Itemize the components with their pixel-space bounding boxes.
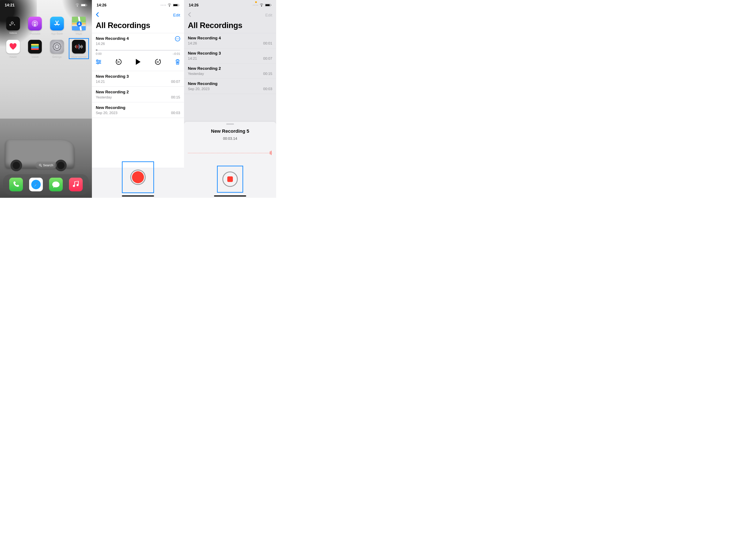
wifi-icon bbox=[259, 4, 264, 7]
app-health[interactable]: Health bbox=[5, 40, 21, 58]
back-button bbox=[188, 12, 191, 19]
app-appstore[interactable]: App Store bbox=[49, 17, 65, 35]
recording-title: New Recording 3 bbox=[188, 51, 272, 56]
svg-point-47 bbox=[99, 61, 100, 63]
home-indicator[interactable] bbox=[214, 196, 246, 197]
recording-title: New Recording bbox=[96, 105, 180, 110]
edit-button[interactable]: Edit bbox=[173, 13, 180, 18]
recording-row[interactable]: New Recording 2 Yesterday00:15 bbox=[184, 64, 276, 79]
voice-memos-list-screen: 14:26 Edit All Recordings New Recording … bbox=[92, 0, 184, 198]
sheet-grabber[interactable] bbox=[226, 124, 234, 125]
time-elapsed: 0:00 bbox=[96, 52, 102, 55]
recording-title: New Recording 4 bbox=[96, 36, 180, 41]
scrubber-knob[interactable] bbox=[96, 49, 97, 51]
time-remaining: –0:01 bbox=[173, 52, 180, 55]
recording-title: New Recording 3 bbox=[96, 74, 180, 79]
svg-rect-42 bbox=[179, 5, 179, 6]
status-time: 14:26 bbox=[189, 3, 253, 7]
recording-title: New Recording 4 bbox=[188, 36, 272, 40]
svg-text:tv: tv bbox=[9, 24, 11, 26]
nav-bar: Edit bbox=[92, 10, 184, 20]
trash-icon[interactable] bbox=[175, 59, 180, 65]
app-videos[interactable]: tv Videos bbox=[5, 17, 21, 35]
svg-line-33 bbox=[41, 166, 42, 167]
recording-row-expanded[interactable]: New Recording 4 14:26 0:00 –0:01 15 15 bbox=[92, 33, 184, 71]
dock-messages[interactable] bbox=[49, 178, 63, 191]
recording-row[interactable]: New Recording 4 14:2600:01 bbox=[184, 33, 276, 48]
recording-sheet[interactable]: New Recording 5 00:03.14 bbox=[184, 122, 276, 198]
dock bbox=[3, 174, 89, 195]
status-bar: 14:26 bbox=[92, 0, 184, 10]
more-button[interactable] bbox=[175, 36, 180, 41]
dock-music[interactable] bbox=[69, 178, 83, 191]
skip-fwd-15-icon[interactable]: 15 bbox=[154, 58, 161, 65]
svg-rect-56 bbox=[271, 5, 271, 6]
status-bar: 14:26 bbox=[184, 0, 276, 10]
app-grid: tv Videos Podcasts App Store Maps Health bbox=[0, 10, 92, 58]
skip-back-15-icon[interactable]: 15 bbox=[115, 58, 122, 65]
play-button[interactable] bbox=[136, 59, 141, 65]
svg-point-46 bbox=[97, 60, 98, 61]
back-button[interactable] bbox=[96, 12, 99, 19]
record-button[interactable] bbox=[130, 170, 146, 185]
recording-duration: 00:03 bbox=[171, 111, 180, 115]
svg-rect-9 bbox=[31, 45, 39, 47]
recordings-list: New Recording 4 14:26 0:00 –0:01 15 15 N… bbox=[92, 33, 184, 118]
status-time: 14:26 bbox=[97, 3, 161, 7]
home-indicator[interactable] bbox=[122, 196, 154, 197]
app-maps[interactable]: Maps bbox=[70, 17, 87, 35]
search-icon bbox=[39, 164, 42, 167]
status-time: 14:21 bbox=[5, 3, 75, 7]
svg-text:15: 15 bbox=[156, 61, 159, 63]
stop-button-highlight bbox=[217, 166, 243, 193]
svg-text:15: 15 bbox=[117, 61, 120, 63]
spotlight-search[interactable]: Search bbox=[35, 162, 57, 169]
dock-safari[interactable] bbox=[29, 178, 43, 191]
battery-icon bbox=[265, 4, 271, 7]
waveform bbox=[188, 149, 272, 157]
wifi-icon bbox=[167, 4, 172, 7]
cellular-dots-icon bbox=[253, 5, 258, 6]
battery-icon bbox=[173, 4, 179, 7]
recordings-list: New Recording 4 14:2600:01 New Recording… bbox=[184, 33, 276, 94]
page-title: All Recordings bbox=[92, 20, 184, 33]
recording-row[interactable]: New Recording Sep 20, 202300:03 bbox=[92, 102, 184, 118]
recording-title: New Recording 2 bbox=[188, 66, 272, 71]
recording-duration: 00:01 bbox=[263, 41, 272, 46]
voice-memos-recording-screen: 14:26 Edit All Recordings New Recording … bbox=[184, 0, 276, 198]
dock-phone[interactable] bbox=[9, 178, 23, 191]
recording-duration: 00:07 bbox=[263, 57, 272, 61]
app-wallet[interactable]: Wallet bbox=[27, 40, 43, 58]
recording-active-title: New Recording 5 bbox=[184, 129, 276, 134]
svg-point-13 bbox=[55, 45, 59, 49]
edit-button: Edit bbox=[265, 13, 272, 18]
recording-row[interactable]: New Recording 2 Yesterday00:15 bbox=[92, 87, 184, 102]
recording-duration: 00:03 bbox=[263, 87, 272, 91]
nav-bar: Edit bbox=[184, 10, 276, 20]
recording-row[interactable]: New Recording 3 14:2100:07 bbox=[92, 71, 184, 87]
record-button-highlight bbox=[122, 162, 154, 193]
search-label: Search bbox=[43, 163, 53, 167]
cellular-dots-icon bbox=[161, 5, 166, 6]
recording-timer: 00:03.14 bbox=[184, 137, 276, 141]
wifi-icon bbox=[75, 4, 79, 7]
recording-indicator-dot bbox=[255, 1, 257, 3]
recording-row[interactable]: New Recording Sep 20, 202300:03 bbox=[184, 79, 276, 94]
home-screen: 14:21 tv Videos Podcasts bbox=[0, 0, 92, 198]
stop-button[interactable] bbox=[222, 172, 238, 187]
status-bar: 14:21 bbox=[0, 0, 92, 10]
svg-rect-8 bbox=[31, 44, 39, 46]
scrubber[interactable] bbox=[96, 50, 180, 51]
page-title: All Recordings bbox=[184, 20, 276, 33]
options-icon[interactable] bbox=[96, 60, 101, 64]
recording-title: New Recording 2 bbox=[96, 90, 180, 94]
battery-icon bbox=[81, 4, 87, 7]
svg-rect-1 bbox=[81, 4, 85, 6]
app-podcasts[interactable]: Podcasts bbox=[27, 17, 43, 35]
svg-rect-41 bbox=[173, 4, 178, 6]
app-voicememos[interactable]: Voice Memos bbox=[70, 40, 87, 58]
app-settings[interactable]: Settings bbox=[49, 40, 65, 58]
recording-duration: 00:15 bbox=[171, 95, 180, 100]
recording-subtitle: 14:26 bbox=[96, 42, 105, 46]
recording-row[interactable]: New Recording 3 14:2100:07 bbox=[184, 48, 276, 64]
